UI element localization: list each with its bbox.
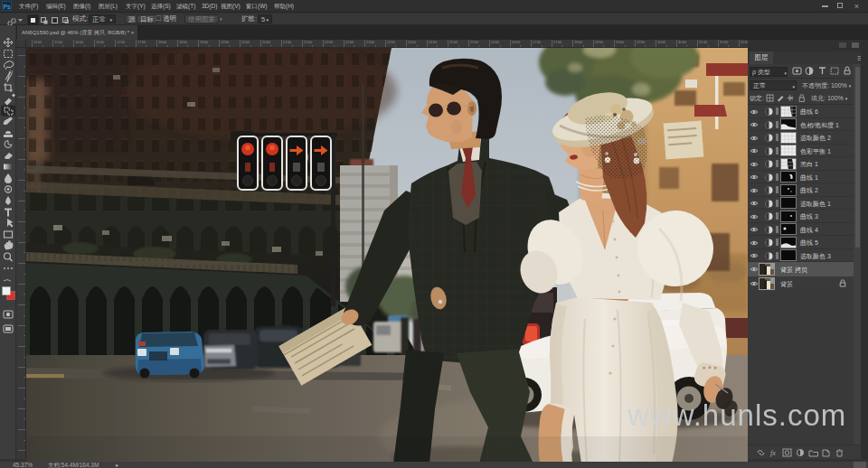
svg-text:fx: fx: [770, 449, 776, 457]
